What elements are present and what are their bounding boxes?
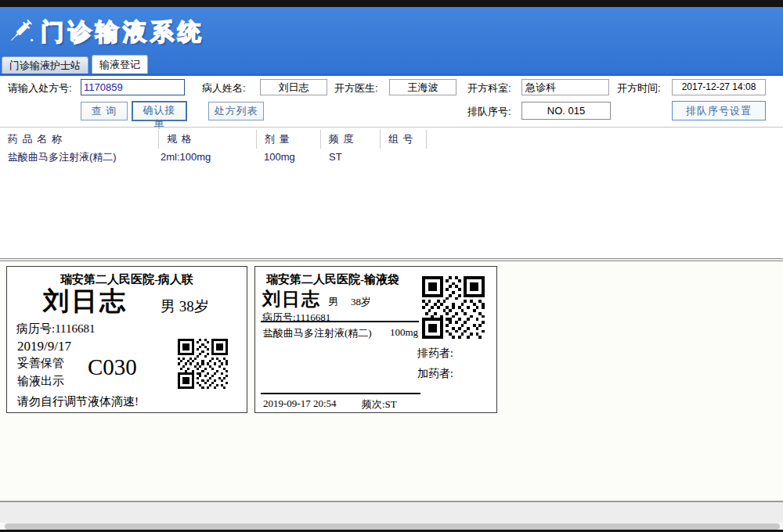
bag-card-drug: 盐酸曲马多注射液(精二) [263, 326, 372, 340]
queue-number-field[interactable]: NO. 015 [521, 102, 611, 120]
patient-card-date: 2019/9/17 [17, 339, 71, 354]
grid-header-group: 组 号 [381, 130, 427, 149]
bag-card-datetime: 2019-09-17 20:54 [263, 397, 337, 410]
rx-time-label: 开方时间: [617, 81, 661, 95]
bag-card-freq: 频次:ST [362, 397, 397, 412]
patient-card-keep-line2: 输液出示 [17, 374, 64, 389]
syringe-icon [6, 17, 34, 48]
patient-card-qr-code [178, 339, 228, 389]
drug-dose-cell: 100mg [264, 149, 295, 165]
patient-copy-label-card: 瑞安第二人民医院-病人联 刘日志 男 38岁 病历号:1116681 2019/… [6, 266, 247, 413]
patient-card-name: 刘日志 [43, 284, 128, 319]
app-window: 门诊输液系统 门诊输液护士站 输液登记 请输入处方号: 病人姓名: 刘日志 开方… [0, 0, 783, 532]
bag-card-rule-top [261, 321, 419, 322]
queue-settings-button[interactable]: 排队序号设置 [672, 101, 766, 120]
patient-card-sex-age: 男 38岁 [161, 297, 209, 317]
bag-card-dose: 100mg [390, 326, 418, 339]
doctor-field[interactable]: 王海波 [389, 79, 456, 95]
tab-underline [0, 74, 783, 76]
bag-card-adder-label: 加药者: [417, 367, 453, 381]
doctor-label: 开方医生: [334, 81, 378, 95]
bag-card-title: 瑞安第二人民医院-输液袋 [266, 272, 399, 287]
rx-time-field[interactable]: 2017-12-27 14:08 [672, 79, 766, 95]
patient-name-label: 病人姓名: [202, 81, 246, 95]
horizontal-scrollbar-thumb[interactable] [5, 523, 780, 530]
drug-freq-cell: ST [329, 149, 342, 165]
grid-top-border [0, 127, 783, 128]
app-title-row: 门诊输液系统 [6, 16, 205, 49]
bag-card-rule-bottom [261, 393, 420, 394]
grid-header-drug-name: 药 品 名 称 [0, 130, 159, 149]
patient-card-warning: 请勿自行调节液体滴速! [17, 394, 139, 409]
infusion-bag-label-card: 瑞安第二人民医院-输液袋 刘日志 男 38岁 病历号:1116681 盐酸曲马多… [254, 266, 497, 413]
app-header: 门诊输液系统 门诊输液护士站 输液登记 [0, 7, 783, 74]
department-label: 开方科室: [467, 81, 511, 95]
query-button[interactable]: 查 询 [81, 102, 128, 120]
rx-list-button[interactable]: 处方列表 [208, 102, 264, 120]
status-bar [0, 501, 783, 523]
grid-header-dose: 剂 量 [257, 130, 321, 149]
confirm-order-button[interactable]: 确认接单 [132, 101, 187, 121]
app-title: 门诊输液系统 [41, 16, 205, 49]
rx-number-label: 请输入处方号: [8, 81, 72, 95]
rx-number-input[interactable] [81, 79, 185, 95]
queue-number-label: 排队序号: [467, 105, 511, 119]
grid-header-freq: 频 度 [321, 130, 381, 149]
patient-name-field[interactable]: 刘日志 [260, 79, 327, 95]
tab-nurse-station[interactable]: 门诊输液护士站 [2, 56, 88, 74]
bag-card-qr-code [422, 276, 485, 339]
department-field[interactable]: 急诊科 [521, 79, 609, 95]
drug-table-row[interactable]: 盐酸曲马多注射液(精二) 2ml:100mg 100mg ST [0, 149, 783, 165]
patient-card-keep-line1: 妥善保管 [17, 356, 64, 371]
tab-infusion-register[interactable]: 输液登记 [92, 55, 148, 74]
screen-top-edge [0, 0, 783, 7]
bag-card-age: 38岁 [351, 295, 371, 309]
grid-header-spec: 规 格 [159, 130, 257, 149]
bag-card-record-no: 病历号:1116681 [262, 311, 330, 325]
bag-card-dispenser-label: 排药者: [417, 347, 453, 361]
drug-name-cell: 盐酸曲马多注射液(精二) [8, 149, 117, 165]
patient-card-record-no: 病历号:1116681 [16, 322, 96, 336]
drug-spec-cell: 2ml:100mg [161, 149, 211, 165]
bag-card-name: 刘日志 [262, 287, 321, 311]
patient-card-code: C030 [88, 354, 137, 380]
bag-card-sex: 男 [328, 295, 338, 309]
